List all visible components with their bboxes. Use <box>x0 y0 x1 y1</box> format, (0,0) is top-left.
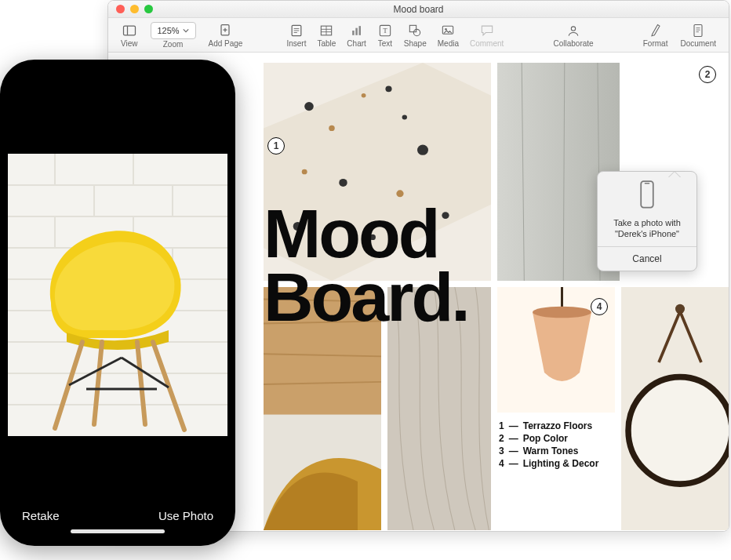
comment-label: Comment <box>470 39 504 48</box>
svg-text:T: T <box>383 27 387 35</box>
svg-point-19 <box>414 29 420 35</box>
popover-l1: Take a photo with <box>613 218 681 227</box>
headline-l1: Mood <box>264 202 468 266</box>
svg-rect-15 <box>358 26 361 35</box>
svg-point-29 <box>304 102 314 111</box>
svg-rect-14 <box>355 27 358 35</box>
svg-rect-23 <box>694 24 702 36</box>
legend-row-2: 2—Pop Color <box>499 433 598 444</box>
popover-cancel-button[interactable]: Cancel <box>598 246 696 271</box>
svg-point-21 <box>446 28 448 31</box>
zoom-value: 125% <box>157 26 179 35</box>
chart-icon <box>349 23 365 38</box>
iphone-icon <box>636 180 658 211</box>
media-label: Media <box>438 39 459 48</box>
iphone-screen: Retake Use Photo <box>8 67 227 538</box>
zoom-button[interactable]: 125% Zoom <box>146 22 201 49</box>
chevron-down-icon <box>183 27 189 34</box>
format-label: Format <box>643 39 668 48</box>
zoom-label: Zoom <box>163 40 184 49</box>
zoom-window-button[interactable] <box>144 5 153 13</box>
use-photo-button[interactable]: Use Photo <box>158 509 213 522</box>
shape-icon <box>407 23 423 38</box>
svg-point-32 <box>339 179 347 187</box>
svg-point-30 <box>385 85 391 92</box>
svg-rect-0 <box>123 26 135 35</box>
shape-button[interactable]: Shape <box>399 23 431 48</box>
svg-rect-59 <box>641 181 653 207</box>
image-mirror[interactable] <box>621 287 729 530</box>
close-window-button[interactable] <box>116 5 125 13</box>
svg-point-55 <box>533 307 591 318</box>
headline: Mood Board. <box>264 202 468 329</box>
popover-l2: "Derek's iPhone" <box>615 229 679 238</box>
svg-rect-13 <box>352 31 355 35</box>
minimize-window-button[interactable] <box>130 5 139 13</box>
legend: 1—Terrazzo Floors 2—Pop Color 3—Warm Ton… <box>499 419 598 471</box>
shape-label: Shape <box>404 39 427 48</box>
chart-label: Chart <box>347 39 366 48</box>
home-indicator[interactable] <box>71 529 165 533</box>
legend-row-4: 4—Lighting & Decor <box>499 458 598 469</box>
insert-label: Insert <box>286 39 306 48</box>
format-button[interactable]: Format <box>638 23 673 48</box>
photo-preview <box>8 154 227 436</box>
add-page-icon <box>217 23 233 38</box>
iphone-device: Retake Use Photo <box>0 60 235 546</box>
toolbar: View 125% Zoom Add Page Insert Table <box>108 18 729 53</box>
insert-icon <box>289 23 304 38</box>
table-button[interactable]: Table <box>312 23 340 48</box>
add-page-label: Add Page <box>209 39 243 48</box>
svg-rect-18 <box>410 25 416 31</box>
collaborate-label: Collaborate <box>553 39 593 48</box>
text-button[interactable]: T Text <box>373 23 398 48</box>
legend-row-3: 3—Warm Tones <box>499 445 598 456</box>
view-button[interactable]: View <box>116 23 143 48</box>
window-title: Mood board <box>108 4 729 15</box>
collaborate-button[interactable]: Collaborate <box>548 23 598 48</box>
svg-point-39 <box>362 93 366 98</box>
continuity-popover: Take a photo with "Derek's iPhone" Cance… <box>597 171 697 271</box>
svg-point-37 <box>329 125 335 131</box>
document-label: Document <box>680 39 716 48</box>
iphone-notch <box>63 67 173 88</box>
insert-button[interactable]: Insert <box>282 23 311 48</box>
format-icon <box>648 23 664 38</box>
titlebar[interactable]: Mood board <box>108 1 729 18</box>
view-label: View <box>121 39 138 48</box>
chart-button[interactable]: Chart <box>342 23 370 48</box>
comment-icon <box>479 23 495 38</box>
headline-l2: Board. <box>264 266 468 329</box>
add-page-button[interactable]: Add Page <box>204 23 248 48</box>
view-icon <box>122 23 137 38</box>
table-icon <box>318 23 334 38</box>
text-icon: T <box>377 23 393 38</box>
svg-point-40 <box>302 169 307 175</box>
svg-point-31 <box>417 145 428 155</box>
badge-2: 2 <box>699 66 716 83</box>
legend-row-1: 1—Terrazzo Floors <box>499 420 598 431</box>
document-button[interactable]: Document <box>675 23 721 48</box>
table-label: Table <box>317 39 336 48</box>
comment-button[interactable]: Comment <box>465 23 508 48</box>
svg-point-36 <box>402 115 407 119</box>
collaborate-icon <box>566 23 581 38</box>
document-icon <box>690 23 706 38</box>
text-label: Text <box>378 39 392 48</box>
svg-rect-60 <box>645 183 650 184</box>
media-icon <box>440 23 456 38</box>
retake-button[interactable]: Retake <box>22 509 60 522</box>
badge-1: 1 <box>267 137 285 155</box>
badge-4: 4 <box>591 298 608 315</box>
svg-point-58 <box>628 377 729 484</box>
media-button[interactable]: Media <box>433 23 464 48</box>
svg-point-22 <box>571 26 575 30</box>
